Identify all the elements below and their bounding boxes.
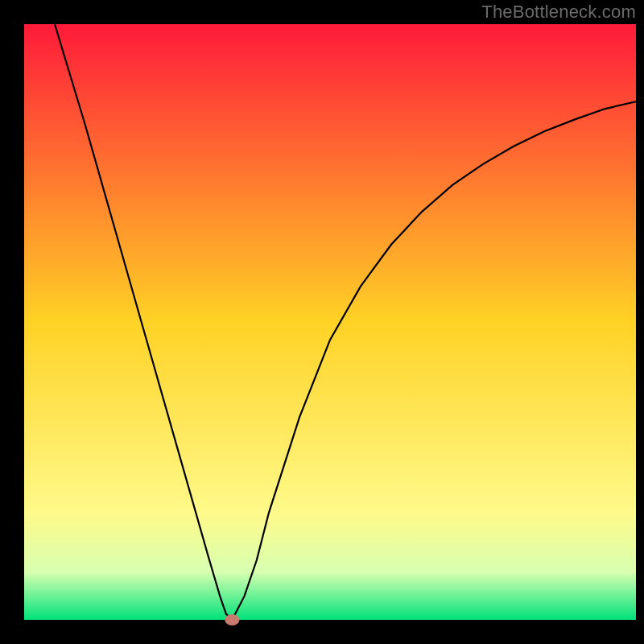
- min-point-marker: [225, 614, 239, 625]
- chart-svg: [0, 0, 644, 644]
- watermark-text: TheBottleneck.com: [481, 2, 636, 23]
- chart-stage: TheBottleneck.com: [0, 0, 644, 644]
- chart-plot-area: [24, 24, 636, 620]
